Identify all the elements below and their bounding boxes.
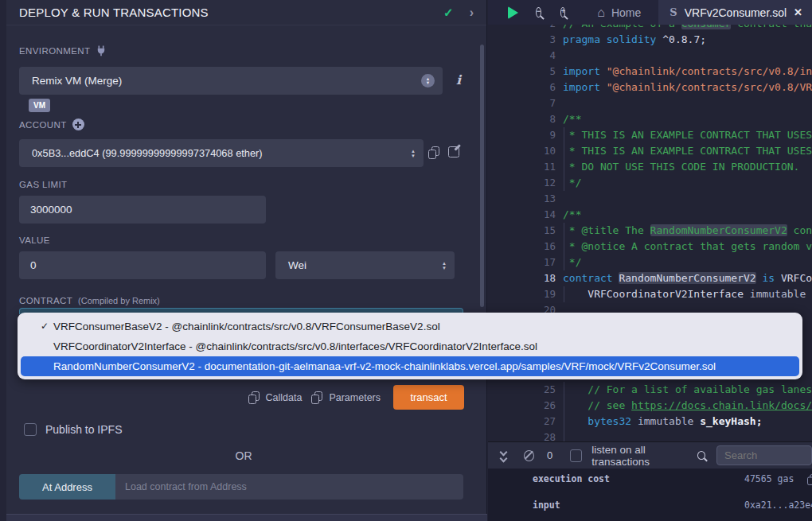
close-tab-icon[interactable]: ✕ [794,6,802,18]
gas-limit-label: GAS LIMIT [19,180,67,189]
code-line[interactable]: 27 bytes32 immutable s_keyHash; [488,414,812,430]
contract-label: CONTRACT (Compiled by Remix) [19,296,160,305]
zoom-out-icon[interactable]: − [536,7,541,17]
edit-account-icon[interactable] [448,146,459,157]
info-icon[interactable]: i [456,72,461,87]
home-icon: ⌂ [597,6,605,19]
code-line[interactable]: 2// An example of a consumer contract th… [488,25,812,32]
copy-account-icon[interactable] [428,146,439,159]
calldata-action[interactable]: Calldata [248,391,303,404]
code-line[interactable]: 4 [488,48,812,64]
environment-select[interactable]: Remix VM (Merge) ▲▼ [19,67,443,95]
at-address-button[interactable]: At Address [19,474,115,500]
code-line[interactable]: 25 // For a list of available gas lanes … [488,382,812,398]
code-text: * DO NOT USE THIS CODE IN PRODUCTION. [563,159,812,175]
at-address-row: At Address [19,474,463,500]
publish-ipfs-row: Publish to IPFS [24,423,123,436]
tab-home[interactable]: ⌂ Home [586,0,652,25]
copy-value-icon[interactable] [807,474,812,485]
tab-vrfv2consumer[interactable]: S VRFv2Consumer.sol ✕ [658,0,812,25]
code-line[interactable]: 8/** [488,111,812,127]
pending-tx-count: 0 [547,449,552,461]
code-line[interactable]: 18contract RandomNumberConsumerV2 is VRF… [488,270,812,286]
value-input[interactable] [19,251,266,279]
code-text [563,48,812,64]
code-text [563,191,812,207]
account-value: 0x5B3...eddC4 (99.99999999999997374068 e… [32,147,411,159]
code-line[interactable]: 10 * THIS IS AN EXAMPLE CONTRACT THAT US… [488,143,812,159]
add-account-icon[interactable] [72,119,84,130]
panel-scrollbar[interactable] [480,45,484,307]
gas-limit-input[interactable] [19,196,266,224]
code-text: pragma solidity ^0.8.7; [563,32,812,48]
code-line[interactable]: 3pragma solidity ^0.8.7; [488,32,812,48]
code-line[interactable]: 17 */ [488,255,812,270]
line-number: 15 [488,223,563,239]
at-address-input[interactable] [115,474,463,500]
line-number: 17 [488,255,563,270]
code-line[interactable]: 28 [488,430,812,441]
copy-calldata-icon[interactable] [248,391,260,404]
account-select[interactable]: 0x5B3...eddC4 (99.99999999999997374068 e… [19,139,424,167]
select-stepper-icon[interactable]: ▲▼ [421,74,435,87]
zoom-in-icon[interactable]: + [560,7,566,17]
tx-detail-value: 47565 gas [744,473,794,484]
contract-option[interactable]: ✓VRFConsumerBaseV2 - @chainlink/contract… [18,317,802,336]
code-line[interactable]: 7 [488,95,812,111]
code-line[interactable]: 14/** [488,207,812,223]
solidity-file-icon: S [670,6,677,18]
code-line[interactable]: 26 // see https://docs.chain.link/docs/v… [488,398,812,414]
value-label: VALUE [19,235,50,245]
listen-all-checkbox[interactable] [570,449,582,462]
code-text: contract RandomNumberConsumerV2 is VRFCo… [563,270,812,286]
code-line[interactable]: 12 */ [488,175,812,191]
publish-ipfs-checkbox[interactable] [24,423,37,436]
code-line[interactable]: 11 * DO NOT USE THIS CODE IN PRODUCTION. [488,159,812,175]
value-unit: Wei [288,259,442,271]
copy-parameters-icon[interactable] [311,391,322,404]
expand-terminal-icon[interactable] [501,449,506,461]
code-line[interactable]: 5import "@chainlink/contracts/src/v0.8/i… [488,64,812,80]
account-stepper-icon[interactable]: ▲▼ [411,149,416,158]
line-number: 9 [488,127,563,143]
line-number: 2 [488,25,563,32]
code-line[interactable]: 9 * THIS IS AN EXAMPLE CONTRACT THAT USE… [488,127,812,143]
deploy-run-panel: DEPLOY & RUN TRANSACTIONS ✓ › ENVIRONMEN… [0,0,487,521]
value-unit-select[interactable]: Wei ▲▼ [275,251,455,279]
terminal-bar: 0 listen on all transactions [488,441,812,469]
terminal-output[interactable]: execution cost47565 gasinput0xa21...a23e… [488,469,812,521]
code-line[interactable]: 6import "@chainlink/contracts/src/v0.8/V… [488,80,812,95]
line-number: 19 [488,286,563,302]
vm-badge: VM [29,99,50,112]
tx-detail-label: input [533,500,560,511]
contract-option[interactable]: RandomNumberConsumerV2 - documentation-g… [21,356,799,376]
code-text: * THIS IS AN EXAMPLE CONTRACT THAT USES … [563,143,812,159]
tx-detail-row: input0xa21...a23e4 [488,500,812,511]
code-text [563,95,812,111]
code-text: * THIS IS AN EXAMPLE CONTRACT THAT USES … [563,127,812,143]
code-text: */ [563,175,812,191]
terminal-search-input[interactable] [716,445,812,465]
code-line[interactable]: 13 [488,191,812,207]
code-text: * @title The RandomNumberConsumerV2 cont… [563,223,812,239]
parameters-action[interactable]: Parameters [311,391,381,404]
code-text: import "@chainlink/contracts/src/v0.8/VR… [563,80,812,95]
code-line[interactable]: 16 * @notice A contract that gets random… [488,239,812,255]
run-script-icon[interactable] [508,6,518,19]
code-text: bytes32 immutable s_keyHash; [563,414,812,430]
transact-button[interactable]: transact [393,385,464,410]
line-number: 5 [488,64,563,80]
clear-console-icon[interactable] [524,450,534,461]
code-line[interactable]: 15 * @title The RandomNumberConsumerV2 c… [488,223,812,239]
contract-option[interactable]: VRFCoordinatorV2Interface - @chainlink/c… [18,336,802,356]
environment-value: Remix VM (Merge) [32,75,421,87]
calldata-label: Calldata [266,392,303,403]
unit-stepper-icon[interactable]: ▲▼ [442,261,447,270]
plug-icon [96,45,107,56]
search-icon [697,451,705,460]
code-line[interactable]: 19 VRFCoordinatorV2Interface immutable C… [488,286,812,302]
line-number: 8 [488,111,563,127]
chevron-right-icon[interactable]: › [470,6,474,19]
listen-all-label: listen on all transactions [591,444,697,468]
code-text: // see https://docs.chain.link/docs/vrf-… [563,398,812,414]
